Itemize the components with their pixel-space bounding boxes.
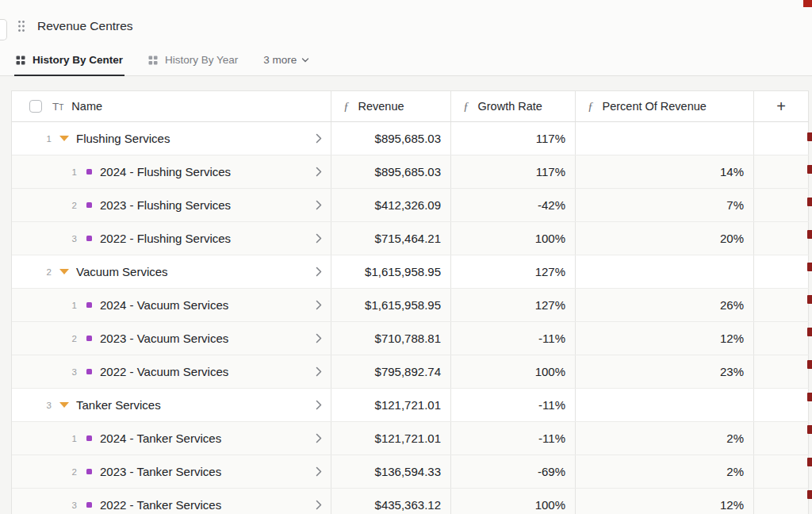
expand-record-chevron-icon[interactable]: [316, 333, 322, 343]
table-grid-icon: [16, 56, 25, 65]
expand-record-chevron-icon[interactable]: [316, 267, 322, 277]
name-cell[interactable]: 3 2022 - Vacuum Services: [12, 355, 331, 388]
row-number: 2: [36, 267, 52, 277]
revenue-cell[interactable]: $412,326.09: [331, 189, 451, 221]
table-row[interactable]: 1 Flushing Services $895,685.03 117%: [12, 122, 809, 155]
row-label: 2023 - Tanker Services: [100, 465, 221, 478]
revenue-cell[interactable]: $121,721.01: [331, 389, 451, 421]
table-row[interactable]: 1 2024 - Tanker Services $121,721.01 -11…: [12, 422, 809, 455]
growth-rate-cell[interactable]: -69%: [451, 455, 576, 488]
percent-of-revenue-cell[interactable]: 12%: [576, 489, 754, 514]
growth-rate-cell[interactable]: 100%: [451, 355, 576, 388]
table-row[interactable]: 2 2023 - Tanker Services $136,594.33 -69…: [12, 455, 809, 489]
percent-of-revenue-cell[interactable]: 2%: [576, 455, 754, 488]
expand-record-chevron-icon[interactable]: [316, 366, 322, 377]
edge-marker: [807, 153, 812, 186]
revenue-cell[interactable]: $1,615,958.95: [331, 255, 451, 288]
table-row[interactable]: 1 2024 - Flushing Services $895,685.03 1…: [12, 155, 809, 189]
edge-marker: [807, 283, 812, 316]
revenue-cell[interactable]: $795,892.74: [331, 355, 451, 388]
percent-of-revenue-cell[interactable]: 2%: [576, 422, 754, 455]
expand-record-chevron-icon[interactable]: [316, 233, 322, 244]
growth-rate-cell[interactable]: 100%: [451, 222, 576, 255]
collapse-group-caret-icon[interactable]: [59, 136, 69, 141]
growth-rate-cell[interactable]: 117%: [451, 155, 576, 188]
growth-rate-cell[interactable]: 100%: [451, 489, 576, 514]
percent-of-revenue-cell[interactable]: 20%: [576, 222, 754, 255]
table-row[interactable]: 1 2024 - Vacuum Services $1,615,958.95 1…: [12, 289, 809, 322]
growth-rate-cell[interactable]: 127%: [451, 255, 576, 288]
expand-record-chevron-icon[interactable]: [316, 400, 322, 410]
revenue-cell[interactable]: $895,685.03: [331, 155, 451, 188]
growth-rate-cell[interactable]: -11%: [451, 322, 576, 355]
row-label: Tanker Services: [76, 398, 161, 412]
growth-rate-cell[interactable]: 127%: [451, 289, 576, 321]
growth-rate-cell[interactable]: -11%: [451, 389, 576, 421]
percent-of-revenue-cell[interactable]: [576, 389, 754, 421]
name-cell[interactable]: 1 2024 - Vacuum Services: [12, 289, 331, 321]
row-number: 3: [61, 367, 77, 377]
percent-of-revenue-cell[interactable]: 26%: [576, 289, 754, 321]
tab-history-by-year[interactable]: History By Year: [147, 54, 239, 76]
expand-record-chevron-icon[interactable]: [316, 466, 322, 477]
revenue-cell[interactable]: $715,464.21: [331, 222, 451, 255]
revenue-cell[interactable]: $710,788.81: [331, 322, 451, 355]
row-number: 2: [61, 334, 77, 343]
table-row[interactable]: 3 2022 - Tanker Services $435,363.12 100…: [12, 489, 809, 514]
expand-record-chevron-icon[interactable]: [316, 200, 322, 210]
row-number: 1: [61, 167, 77, 177]
row-label: 2022 - Tanker Services: [100, 498, 221, 512]
name-column-header[interactable]: TT Name: [12, 91, 331, 121]
text-field-type-icon: TT: [52, 101, 63, 113]
percent-of-revenue-cell[interactable]: 23%: [576, 355, 754, 388]
name-cell[interactable]: 2 2023 - Tanker Services: [12, 455, 331, 488]
collapse-group-caret-icon[interactable]: [59, 402, 69, 408]
table-row[interactable]: 3 2022 - Vacuum Services $795,892.74 100…: [12, 355, 809, 389]
collapse-group-caret-icon[interactable]: [59, 269, 69, 274]
name-cell[interactable]: 1 Flushing Services: [12, 122, 331, 155]
percent-of-revenue-cell[interactable]: 12%: [576, 322, 754, 355]
row-number: 3: [36, 401, 52, 410]
expand-record-chevron-icon[interactable]: [316, 167, 322, 177]
revenue-column-header[interactable]: ƒ Revenue: [331, 91, 451, 121]
table-row[interactable]: 2 Vacuum Services $1,615,958.95 127%: [12, 255, 809, 289]
growth-rate-cell[interactable]: -11%: [451, 422, 576, 455]
percent-of-revenue-column-header[interactable]: ƒ Percent Of Revenue: [576, 91, 754, 121]
tab-history-by-center[interactable]: History By Center: [14, 54, 124, 76]
growth-rate-column-header[interactable]: ƒ Growth Rate: [451, 91, 576, 121]
more-tabs-button[interactable]: 3 more: [262, 54, 311, 76]
expand-record-chevron-icon[interactable]: [316, 300, 322, 310]
drag-handle-icon[interactable]: [17, 20, 25, 33]
revenue-cell[interactable]: $1,615,958.95: [331, 289, 451, 321]
edge-marker: [807, 446, 812, 478]
name-cell[interactable]: 2 2023 - Vacuum Services: [12, 322, 331, 355]
name-cell[interactable]: 3 2022 - Tanker Services: [12, 489, 331, 514]
name-cell[interactable]: 2 Vacuum Services: [12, 255, 331, 288]
select-all-checkbox[interactable]: [29, 100, 42, 113]
table-row[interactable]: 2 2023 - Vacuum Services $710,788.81 -11…: [12, 322, 809, 355]
table-row[interactable]: 3 Tanker Services $121,721.01 -11%: [12, 389, 809, 422]
percent-of-revenue-cell[interactable]: [576, 122, 754, 155]
name-cell[interactable]: 1 2024 - Tanker Services: [12, 422, 331, 455]
revenue-cell[interactable]: $435,363.12: [331, 489, 451, 514]
expand-record-chevron-icon[interactable]: [316, 133, 322, 144]
percent-of-revenue-cell[interactable]: 7%: [576, 189, 754, 221]
table-grid-icon: [148, 56, 158, 65]
name-cell[interactable]: 1 2024 - Flushing Services: [12, 155, 331, 188]
name-cell[interactable]: 3 2022 - Flushing Services: [12, 222, 331, 255]
add-field-button[interactable]: +: [754, 91, 809, 121]
percent-of-revenue-cell[interactable]: [576, 255, 754, 288]
revenue-cell[interactable]: $895,685.03: [331, 122, 451, 155]
expand-record-chevron-icon[interactable]: [316, 500, 322, 510]
percent-of-revenue-cell[interactable]: 14%: [576, 155, 754, 188]
collapse-sidebar-handle[interactable]: [0, 19, 7, 40]
expand-record-chevron-icon[interactable]: [316, 433, 322, 443]
table-row[interactable]: 3 2022 - Flushing Services $715,464.21 1…: [12, 222, 809, 255]
revenue-cell[interactable]: $136,594.33: [331, 455, 451, 488]
growth-rate-cell[interactable]: 117%: [451, 122, 576, 155]
growth-rate-cell[interactable]: -42%: [451, 189, 576, 221]
table-row[interactable]: 2 2023 - Flushing Services $412,326.09 -…: [12, 189, 809, 222]
name-cell[interactable]: 3 Tanker Services: [12, 389, 331, 421]
revenue-cell[interactable]: $121,721.01: [331, 422, 451, 455]
name-cell[interactable]: 2 2023 - Flushing Services: [12, 189, 331, 221]
